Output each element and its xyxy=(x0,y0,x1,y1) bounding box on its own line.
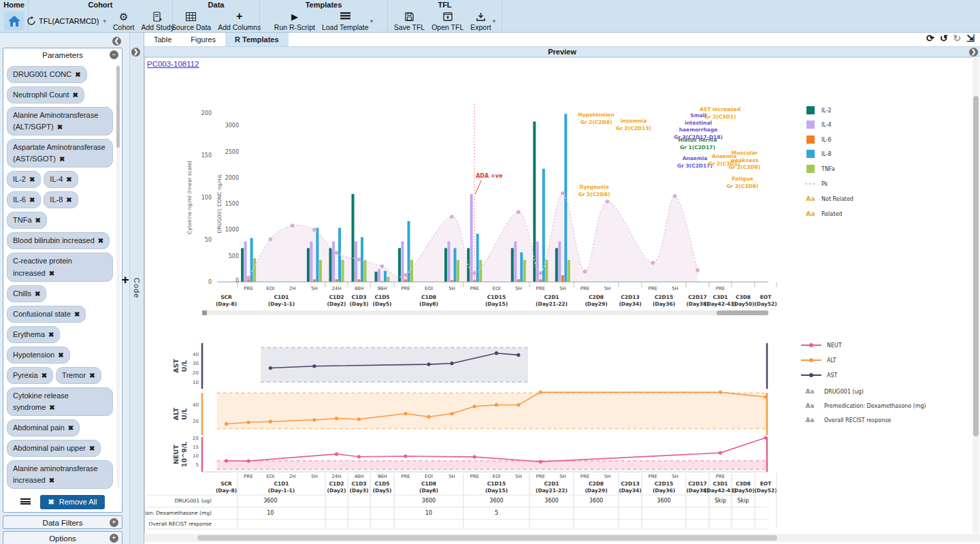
parameter-chip[interactable]: Abdominal pain upper✖ xyxy=(7,440,101,457)
ALT-point xyxy=(247,421,250,424)
home-button[interactable] xyxy=(4,12,24,31)
redo-icon[interactable]: ↻ xyxy=(953,33,962,43)
parameter-chip[interactable]: IL-8✖ xyxy=(44,191,78,208)
expand-panel-icon[interactable]: + xyxy=(110,534,118,543)
parameter-chip[interactable]: DRUG001 CONC✖ xyxy=(7,66,87,83)
remove-chip-icon[interactable]: ✖ xyxy=(35,217,41,224)
pk-marker xyxy=(583,270,587,274)
parameter-chip[interactable]: IL-2✖ xyxy=(7,171,41,188)
parameter-chip[interactable]: Abdominal pain✖ xyxy=(7,419,80,436)
remove-chip-icon[interactable]: ✖ xyxy=(74,310,80,318)
code-tab[interactable]: Code xyxy=(129,33,144,544)
scrollbar-button[interactable] xyxy=(202,310,207,315)
chart-scrollbar[interactable] xyxy=(202,310,768,315)
pk-marker xyxy=(673,194,677,198)
add-columns-button[interactable]: + Add Columns xyxy=(218,11,261,31)
parameter-chip[interactable]: Neutrophil Count✖ xyxy=(7,86,84,103)
parameter-chip[interactable]: IL-4✖ xyxy=(44,171,78,188)
add-study-button[interactable]: Add Study xyxy=(142,11,174,31)
parameter-chip[interactable]: Confusional state✖ xyxy=(7,306,86,323)
parameter-chip[interactable]: Pyrexia✖ xyxy=(7,367,53,384)
horizontal-scrollbar[interactable] xyxy=(144,534,980,542)
tab-r-templates[interactable]: R Templates xyxy=(225,33,289,46)
bar-IL-8 xyxy=(520,253,523,282)
remove-chip-icon[interactable]: ✖ xyxy=(58,351,63,359)
parameter-chip[interactable]: Hypotension✖ xyxy=(7,347,70,364)
options-panel[interactable]: Options + xyxy=(3,531,122,544)
svg-text:EOI: EOI xyxy=(493,286,501,291)
remove-chip-icon[interactable]: ✖ xyxy=(49,404,54,411)
source-data-button[interactable]: Source Data xyxy=(172,11,211,31)
parameter-chip[interactable]: Chills✖ xyxy=(7,285,46,302)
parameter-chip[interactable]: Blood bilirubin increased✖ xyxy=(7,232,110,249)
remove-chip-icon[interactable]: ✖ xyxy=(66,176,71,183)
parameter-chip[interactable]: IL-6✖ xyxy=(7,191,41,208)
remove-chip-icon[interactable]: ✖ xyxy=(29,196,35,204)
parameter-chip[interactable]: C-reactive protein increased✖ xyxy=(7,253,113,281)
parameter-chip[interactable]: Aspartate Aminotransferase (AST/SGOT)✖ xyxy=(7,139,113,167)
remove-chip-icon[interactable]: ✖ xyxy=(59,155,65,163)
remove-chip-icon[interactable]: ✖ xyxy=(98,237,103,244)
parameter-chip[interactable]: Alanine aminotransferase increased✖ xyxy=(7,460,113,489)
svg-text:EOI: EOI xyxy=(425,474,433,479)
save-tfl-button[interactable]: Save TFL xyxy=(394,11,425,31)
parameter-chip[interactable]: Alanine Aminotransferase (ALT/SGPT)✖ xyxy=(7,107,113,135)
load-template-button[interactable]: Load Template xyxy=(322,11,369,31)
list-view-icon[interactable] xyxy=(20,498,31,506)
add-parameter-button[interactable]: + xyxy=(118,272,132,286)
remove-chip-icon[interactable]: ✖ xyxy=(89,372,95,379)
remove-chip-icon[interactable]: ✖ xyxy=(68,424,74,432)
pk-marker xyxy=(246,276,250,280)
parameter-chip[interactable]: Tremor✖ xyxy=(56,367,101,384)
remove-chip-icon[interactable]: ✖ xyxy=(35,290,40,298)
chevron-down-icon[interactable]: ▾ xyxy=(370,18,374,25)
preview-next-button[interactable]: ❯ xyxy=(969,48,978,57)
scrollbar-thumb[interactable] xyxy=(717,310,768,315)
ALT-point xyxy=(764,395,767,398)
preview-prev-button[interactable]: ❯ xyxy=(131,48,140,57)
tab-table[interactable]: Table xyxy=(144,33,181,46)
undo-icon[interactable]: ↺ xyxy=(940,33,948,43)
chevron-down-icon[interactable]: ▾ xyxy=(493,18,496,25)
remove-chip-icon[interactable]: ✖ xyxy=(29,176,35,183)
parameter-chip[interactable]: TNFa✖ xyxy=(7,212,47,229)
chips-scrollbar-thumb[interactable] xyxy=(116,66,120,148)
cohort-button[interactable]: ⚙ Cohort xyxy=(113,11,135,31)
run-rscript-button[interactable]: ▶ Run R-Script xyxy=(274,11,315,31)
remove-chip-icon[interactable]: ✖ xyxy=(49,477,54,484)
svg-text:20: 20 xyxy=(193,419,199,424)
toolbar-filler xyxy=(502,0,980,32)
expand-panel-icon[interactable]: + xyxy=(110,518,118,527)
vertical-scrollbar[interactable] xyxy=(973,58,979,533)
svg-text:Aa: Aa xyxy=(806,417,815,423)
open-tfl-button[interactable]: Open TFL xyxy=(431,11,463,31)
vertical-scrollbar-thumb[interactable] xyxy=(973,96,979,436)
cohort-selector[interactable]: TFL(ACTARMCD) ▾ xyxy=(27,16,106,26)
remove-chip-icon[interactable]: ✖ xyxy=(75,71,80,78)
remove-chip-icon[interactable]: ✖ xyxy=(57,123,63,131)
collapse-panel-button[interactable]: − xyxy=(110,50,118,59)
svg-text:5H: 5H xyxy=(672,286,679,291)
svg-text:haemorrhage: haemorrhage xyxy=(679,127,718,133)
sync-icon[interactable]: ⟳ xyxy=(926,33,934,43)
bar-TNFa xyxy=(319,260,322,282)
horizontal-scrollbar-thumb[interactable] xyxy=(197,535,777,541)
remove-chip-icon[interactable]: ✖ xyxy=(73,91,78,99)
remove-chip-icon[interactable]: ✖ xyxy=(49,270,54,277)
parameter-chip[interactable]: Erythema✖ xyxy=(7,326,60,343)
legend-swatch xyxy=(806,121,815,129)
remove-all-button[interactable]: ✖ Remove All xyxy=(40,495,105,509)
svg-text:96H: 96H xyxy=(377,286,387,291)
tab-figures[interactable]: Figures xyxy=(181,33,225,46)
svg-text:5H: 5H xyxy=(515,286,522,291)
remove-chip-icon[interactable]: ✖ xyxy=(42,372,47,379)
export-button[interactable]: Export xyxy=(470,11,491,31)
svg-text:50: 50 xyxy=(205,237,212,243)
data-filters-panel[interactable]: Data Filters + xyxy=(3,515,122,529)
remove-chip-icon[interactable]: ✖ xyxy=(89,445,95,452)
sidebar-collapse-button[interactable]: ❮ xyxy=(112,37,121,46)
fullscreen-icon[interactable]: ⇲ xyxy=(966,33,975,43)
remove-chip-icon[interactable]: ✖ xyxy=(48,331,54,338)
parameter-chip[interactable]: Cytokine release syndrome✖ xyxy=(7,387,113,416)
remove-chip-icon[interactable]: ✖ xyxy=(66,196,71,204)
